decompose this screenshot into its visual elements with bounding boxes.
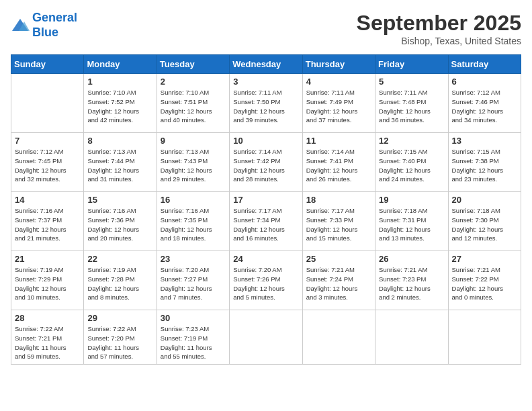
day-number: 30 (161, 313, 226, 323)
day-number: 8 (87, 136, 152, 146)
title-block: September 2025 Bishop, Texas, United Sta… (357, 11, 521, 46)
day-info: Sunrise: 7:23 AM Sunset: 7:19 PM Dayligh… (161, 324, 226, 361)
calendar-cell (448, 310, 521, 365)
day-info: Sunrise: 7:17 AM Sunset: 7:33 PM Dayligh… (306, 206, 371, 243)
day-info: Sunrise: 7:21 AM Sunset: 7:24 PM Dayligh… (306, 265, 371, 302)
day-number: 17 (233, 195, 298, 205)
day-number: 23 (161, 254, 226, 264)
day-number: 29 (87, 313, 152, 323)
day-number: 5 (379, 77, 444, 87)
calendar-cell (230, 310, 302, 365)
day-number: 9 (161, 136, 226, 146)
day-number: 3 (233, 77, 298, 87)
calendar-cell (11, 74, 84, 133)
day-info: Sunrise: 7:11 AM Sunset: 7:50 PM Dayligh… (233, 88, 298, 125)
day-number: 25 (306, 254, 371, 264)
day-number: 11 (306, 136, 371, 146)
day-number: 19 (379, 195, 444, 205)
calendar-header: Sunday Monday Tuesday Wednesday Thursday… (11, 55, 521, 74)
day-number: 13 (452, 136, 517, 146)
day-info: Sunrise: 7:11 AM Sunset: 7:49 PM Dayligh… (306, 88, 371, 125)
day-number: 12 (379, 136, 444, 146)
calendar-cell: 9Sunrise: 7:13 AM Sunset: 7:43 PM Daylig… (157, 133, 229, 192)
day-info: Sunrise: 7:15 AM Sunset: 7:40 PM Dayligh… (379, 147, 444, 184)
logo-icon (11, 16, 30, 35)
day-info: Sunrise: 7:10 AM Sunset: 7:51 PM Dayligh… (161, 88, 226, 125)
calendar-week-4: 21Sunrise: 7:19 AM Sunset: 7:29 PM Dayli… (11, 251, 521, 310)
calendar-cell: 14Sunrise: 7:16 AM Sunset: 7:37 PM Dayli… (11, 192, 84, 251)
day-info: Sunrise: 7:21 AM Sunset: 7:22 PM Dayligh… (452, 265, 517, 302)
day-info: Sunrise: 7:20 AM Sunset: 7:27 PM Dayligh… (161, 265, 226, 302)
calendar-cell: 28Sunrise: 7:22 AM Sunset: 7:21 PM Dayli… (11, 310, 84, 365)
day-number: 21 (15, 254, 80, 264)
calendar-cell: 2Sunrise: 7:10 AM Sunset: 7:51 PM Daylig… (157, 74, 229, 133)
calendar-cell: 11Sunrise: 7:14 AM Sunset: 7:41 PM Dayli… (302, 133, 375, 192)
day-info: Sunrise: 7:10 AM Sunset: 7:52 PM Dayligh… (87, 88, 152, 125)
header-monday: Monday (84, 55, 157, 74)
header-row: Sunday Monday Tuesday Wednesday Thursday… (11, 55, 521, 74)
calendar-week-1: 1Sunrise: 7:10 AM Sunset: 7:52 PM Daylig… (11, 74, 521, 133)
calendar-cell: 22Sunrise: 7:19 AM Sunset: 7:28 PM Dayli… (84, 251, 157, 310)
calendar-body: 1Sunrise: 7:10 AM Sunset: 7:52 PM Daylig… (11, 74, 521, 365)
day-info: Sunrise: 7:12 AM Sunset: 7:46 PM Dayligh… (452, 88, 517, 125)
day-info: Sunrise: 7:22 AM Sunset: 7:21 PM Dayligh… (15, 324, 80, 361)
calendar-cell: 4Sunrise: 7:11 AM Sunset: 7:49 PM Daylig… (302, 74, 375, 133)
calendar-cell: 24Sunrise: 7:20 AM Sunset: 7:26 PM Dayli… (230, 251, 302, 310)
calendar-table: Sunday Monday Tuesday Wednesday Thursday… (11, 54, 521, 365)
calendar-cell: 27Sunrise: 7:21 AM Sunset: 7:22 PM Dayli… (448, 251, 521, 310)
day-info: Sunrise: 7:21 AM Sunset: 7:23 PM Dayligh… (379, 265, 444, 302)
day-info: Sunrise: 7:22 AM Sunset: 7:20 PM Dayligh… (87, 324, 152, 361)
day-info: Sunrise: 7:20 AM Sunset: 7:26 PM Dayligh… (233, 265, 298, 302)
calendar-cell: 19Sunrise: 7:18 AM Sunset: 7:31 PM Dayli… (375, 192, 448, 251)
day-number: 10 (233, 136, 298, 146)
day-number: 26 (379, 254, 444, 264)
day-number: 2 (161, 77, 226, 87)
calendar-cell: 7Sunrise: 7:12 AM Sunset: 7:45 PM Daylig… (11, 133, 84, 192)
day-number: 15 (87, 195, 152, 205)
calendar-cell: 8Sunrise: 7:13 AM Sunset: 7:44 PM Daylig… (84, 133, 157, 192)
day-number: 6 (452, 77, 517, 87)
day-number: 18 (306, 195, 371, 205)
day-number: 27 (452, 254, 517, 264)
day-number: 28 (15, 313, 80, 323)
day-info: Sunrise: 7:14 AM Sunset: 7:41 PM Dayligh… (306, 147, 371, 184)
month-title: September 2025 (357, 11, 521, 36)
calendar-cell: 21Sunrise: 7:19 AM Sunset: 7:29 PM Dayli… (11, 251, 84, 310)
day-number: 20 (452, 195, 517, 205)
day-info: Sunrise: 7:17 AM Sunset: 7:34 PM Dayligh… (233, 206, 298, 243)
logo-line1: General (32, 11, 77, 24)
day-info: Sunrise: 7:18 AM Sunset: 7:30 PM Dayligh… (452, 206, 517, 243)
header-thursday: Thursday (302, 55, 375, 74)
calendar-cell: 29Sunrise: 7:22 AM Sunset: 7:20 PM Dayli… (84, 310, 157, 365)
day-number: 1 (87, 77, 152, 87)
calendar-cell: 13Sunrise: 7:15 AM Sunset: 7:38 PM Dayli… (448, 133, 521, 192)
calendar-cell: 30Sunrise: 7:23 AM Sunset: 7:19 PM Dayli… (157, 310, 229, 365)
day-info: Sunrise: 7:13 AM Sunset: 7:43 PM Dayligh… (161, 147, 226, 184)
calendar-cell (302, 310, 375, 365)
calendar-cell: 12Sunrise: 7:15 AM Sunset: 7:40 PM Dayli… (375, 133, 448, 192)
calendar-cell: 1Sunrise: 7:10 AM Sunset: 7:52 PM Daylig… (84, 74, 157, 133)
day-info: Sunrise: 7:16 AM Sunset: 7:36 PM Dayligh… (87, 206, 152, 243)
day-info: Sunrise: 7:16 AM Sunset: 7:37 PM Dayligh… (15, 206, 80, 243)
day-number: 4 (306, 77, 371, 87)
day-info: Sunrise: 7:11 AM Sunset: 7:48 PM Dayligh… (379, 88, 444, 125)
calendar-week-2: 7Sunrise: 7:12 AM Sunset: 7:45 PM Daylig… (11, 133, 521, 192)
day-info: Sunrise: 7:15 AM Sunset: 7:38 PM Dayligh… (452, 147, 517, 184)
day-number: 7 (15, 136, 80, 146)
calendar-cell: 25Sunrise: 7:21 AM Sunset: 7:24 PM Dayli… (302, 251, 375, 310)
calendar-cell: 17Sunrise: 7:17 AM Sunset: 7:34 PM Dayli… (230, 192, 302, 251)
calendar-cell: 18Sunrise: 7:17 AM Sunset: 7:33 PM Dayli… (302, 192, 375, 251)
header-saturday: Saturday (448, 55, 521, 74)
day-number: 14 (15, 195, 80, 205)
page-header: General Blue September 2025 Bishop, Texa… (11, 11, 521, 46)
day-info: Sunrise: 7:18 AM Sunset: 7:31 PM Dayligh… (379, 206, 444, 243)
calendar-cell: 15Sunrise: 7:16 AM Sunset: 7:36 PM Dayli… (84, 192, 157, 251)
calendar-cell: 3Sunrise: 7:11 AM Sunset: 7:50 PM Daylig… (230, 74, 302, 133)
calendar-cell (375, 310, 448, 365)
day-info: Sunrise: 7:13 AM Sunset: 7:44 PM Dayligh… (87, 147, 152, 184)
calendar-cell: 23Sunrise: 7:20 AM Sunset: 7:27 PM Dayli… (157, 251, 229, 310)
calendar-cell: 20Sunrise: 7:18 AM Sunset: 7:30 PM Dayli… (448, 192, 521, 251)
day-number: 16 (161, 195, 226, 205)
header-tuesday: Tuesday (157, 55, 229, 74)
day-number: 22 (87, 254, 152, 264)
